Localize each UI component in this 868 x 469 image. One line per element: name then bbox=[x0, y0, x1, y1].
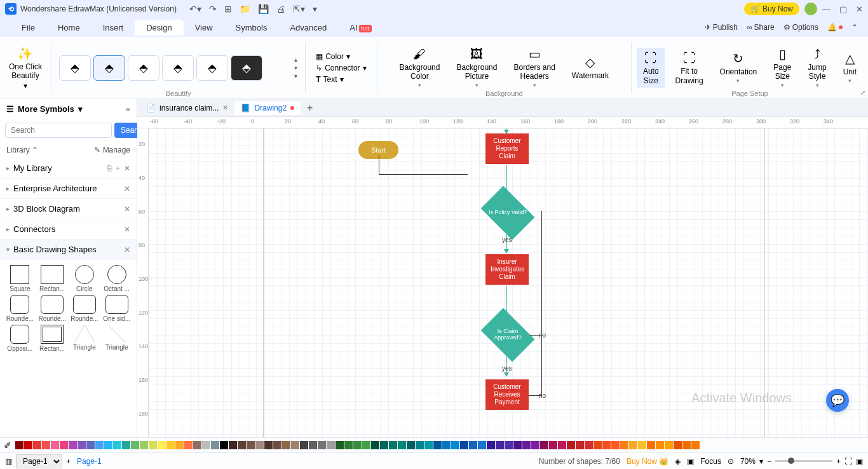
color-swatch[interactable] bbox=[122, 441, 130, 449]
color-swatch[interactable] bbox=[469, 441, 477, 449]
tab-drawing2[interactable]: 📘Drawing2 bbox=[234, 101, 301, 115]
shape-rounded3[interactable]: Rounde... bbox=[70, 295, 100, 322]
color-tool[interactable]: ▦ Color▾ bbox=[316, 52, 366, 61]
color-swatch[interactable] bbox=[51, 441, 59, 449]
minimize-icon[interactable]: — bbox=[822, 4, 831, 14]
zoom-slider[interactable] bbox=[775, 460, 832, 462]
color-swatch[interactable] bbox=[620, 441, 628, 449]
color-swatch[interactable] bbox=[282, 441, 290, 449]
fullscreen-icon[interactable]: ⛶ bbox=[844, 457, 852, 466]
color-swatch[interactable] bbox=[300, 441, 308, 449]
canvas[interactable]: Start Customer Reports Claim Is Policy V… bbox=[149, 128, 868, 437]
color-swatch[interactable] bbox=[371, 441, 379, 449]
theme-2[interactable]: ⬘ bbox=[93, 55, 125, 81]
zoom-out-icon[interactable]: − bbox=[767, 457, 771, 466]
color-swatch[interactable] bbox=[202, 441, 210, 449]
color-swatch[interactable] bbox=[602, 441, 611, 449]
color-swatch[interactable] bbox=[691, 441, 700, 449]
menu-view[interactable]: View bbox=[184, 20, 224, 36]
color-swatch[interactable] bbox=[104, 441, 112, 449]
color-swatch[interactable] bbox=[674, 441, 682, 449]
theme-6[interactable]: ⬘ bbox=[231, 55, 262, 81]
color-swatch[interactable] bbox=[264, 441, 273, 449]
color-swatch[interactable] bbox=[638, 441, 646, 449]
bg-picture-button[interactable]: 🖼Background Picture▾ bbox=[450, 44, 503, 92]
search-input[interactable] bbox=[5, 123, 112, 138]
orientation-button[interactable]: ↻Orientation▾ bbox=[714, 48, 764, 87]
close-cat-icon[interactable]: ✕ bbox=[124, 225, 130, 234]
undo-icon[interactable]: ↶▾ bbox=[189, 4, 201, 14]
color-swatch[interactable] bbox=[336, 441, 344, 449]
color-swatch[interactable] bbox=[327, 441, 335, 449]
color-swatch[interactable] bbox=[460, 441, 468, 449]
color-swatch[interactable] bbox=[505, 441, 513, 449]
color-swatch[interactable] bbox=[60, 441, 68, 449]
notifications-icon[interactable]: 🔔 bbox=[827, 23, 843, 32]
buy-now-button[interactable]: 🛒 Buy Now bbox=[744, 3, 799, 15]
collapse-ribbon-icon[interactable]: ⌃ bbox=[851, 23, 858, 32]
color-swatch[interactable] bbox=[78, 441, 86, 449]
shape-triangle1[interactable]: Triangle bbox=[70, 325, 100, 352]
color-swatch[interactable] bbox=[247, 441, 255, 449]
tab-insurance[interactable]: 📄insurance claim...✕ bbox=[140, 101, 234, 115]
borders-button[interactable]: ▭Borders and Headers▾ bbox=[507, 44, 561, 92]
publish-button[interactable]: ✈ Publish bbox=[705, 23, 738, 32]
color-swatch[interactable] bbox=[86, 441, 95, 449]
color-swatch[interactable] bbox=[318, 441, 326, 449]
color-swatch[interactable] bbox=[131, 441, 139, 449]
color-swatch[interactable] bbox=[33, 441, 41, 449]
layers-icon[interactable]: ◈ bbox=[675, 457, 681, 466]
collapse-panel-icon[interactable]: « bbox=[126, 104, 130, 114]
one-click-beautify-button[interactable]: ✨ One Click Beautify ▾ bbox=[9, 46, 42, 90]
page-select[interactable]: Page-1 bbox=[16, 454, 62, 468]
color-swatch[interactable] bbox=[344, 441, 353, 449]
color-swatch[interactable] bbox=[593, 441, 602, 449]
unit-button[interactable]: △Unit▾ bbox=[837, 48, 863, 87]
fc-reports[interactable]: Customer Reports Claim bbox=[485, 133, 529, 164]
color-swatch[interactable] bbox=[647, 441, 655, 449]
new-icon[interactable]: ⊞ bbox=[224, 4, 232, 14]
print-icon[interactable]: 🖨 bbox=[276, 4, 285, 14]
page-label[interactable]: Page-1 bbox=[77, 457, 102, 466]
color-swatch[interactable] bbox=[576, 441, 584, 449]
color-swatch[interactable] bbox=[42, 441, 50, 449]
shape-octant[interactable]: Octant ... bbox=[102, 265, 132, 292]
theme-5[interactable]: ⬘ bbox=[196, 55, 228, 81]
theme-up-icon[interactable]: ▴ bbox=[294, 56, 297, 63]
pages-icon[interactable]: ▥ bbox=[5, 457, 12, 466]
fit-drawing-button[interactable]: ⛶Fit to Drawing bbox=[669, 48, 710, 88]
dup-icon[interactable]: ⎘ bbox=[107, 164, 112, 173]
cat-connectors[interactable]: ▸Connectors✕ bbox=[0, 219, 137, 240]
more-icon[interactable]: ▾ bbox=[313, 4, 317, 14]
theme-more-icon[interactable]: ▾ bbox=[294, 72, 297, 79]
shape-triangle2[interactable]: Triangle bbox=[102, 325, 132, 352]
cat-enterprise[interactable]: ▸Enterprise Architecture✕ bbox=[0, 179, 137, 199]
color-swatch[interactable] bbox=[211, 441, 219, 449]
close-cat-icon[interactable]: ✕ bbox=[124, 164, 130, 173]
color-swatch[interactable] bbox=[424, 441, 433, 449]
color-swatch[interactable] bbox=[682, 441, 691, 449]
play-icon[interactable]: ⊙ bbox=[728, 457, 734, 466]
color-swatch[interactable] bbox=[149, 441, 157, 449]
color-swatch[interactable] bbox=[95, 441, 104, 449]
shape-circle[interactable]: Circle bbox=[70, 265, 100, 292]
auto-size-button[interactable]: ⛶Auto Size bbox=[637, 48, 665, 88]
color-swatch[interactable] bbox=[353, 441, 362, 449]
color-swatch[interactable] bbox=[15, 441, 24, 449]
close-icon[interactable]: ✕ bbox=[856, 4, 863, 14]
shape-rectangle[interactable]: Rectan... bbox=[37, 265, 67, 292]
export-icon[interactable]: ⇱▾ bbox=[293, 4, 305, 14]
open-icon[interactable]: 📁 bbox=[240, 4, 250, 14]
cat-3d-block[interactable]: ▸3D Block Diagram✕ bbox=[0, 199, 137, 219]
color-swatch[interactable] bbox=[158, 441, 166, 449]
color-swatch[interactable] bbox=[184, 441, 193, 449]
menu-advanced[interactable]: Advanced bbox=[278, 20, 338, 36]
color-swatch[interactable] bbox=[513, 441, 522, 449]
fc-investigates[interactable]: Insurer Investigates Claim bbox=[485, 254, 529, 285]
color-swatch[interactable] bbox=[531, 441, 539, 449]
menu-home[interactable]: Home bbox=[46, 20, 92, 36]
save-icon[interactable]: 💾 bbox=[258, 4, 269, 14]
color-swatch[interactable] bbox=[433, 441, 442, 449]
color-swatch[interactable] bbox=[175, 441, 184, 449]
eyedropper-icon[interactable]: ✐ bbox=[4, 440, 11, 451]
